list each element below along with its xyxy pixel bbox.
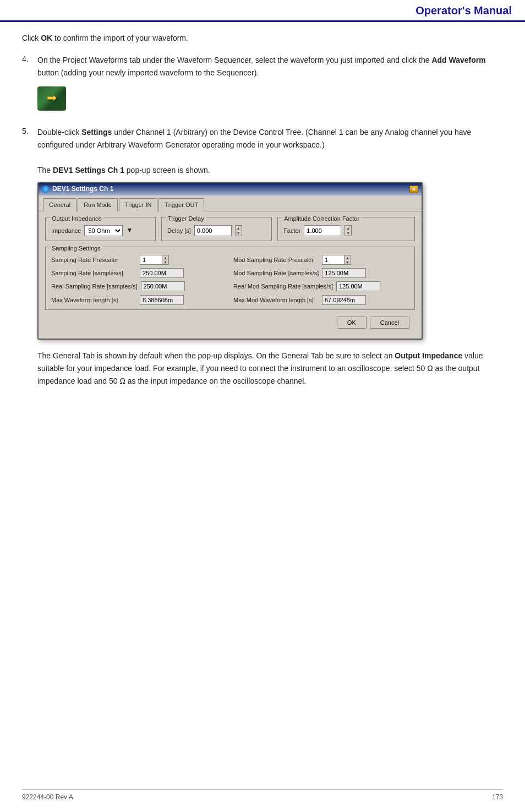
mod-sampling-rate-label: Mod Sampling Rate [samples/s] bbox=[233, 268, 319, 278]
mod-sampling-rate-prescaler-label: Mod Sampling Rate Prescaler bbox=[233, 255, 319, 265]
amplitude-correction-inner: Factor ▲ ▼ bbox=[283, 225, 409, 236]
delay-input[interactable] bbox=[194, 225, 232, 236]
intro-text-before: Click bbox=[22, 34, 41, 42]
factor-spinner-up[interactable]: ▲ bbox=[345, 226, 351, 231]
step-4-content: On the Project Waveforms tab under the W… bbox=[37, 54, 503, 115]
sampling-rate-prescaler-input-group: ▲ ▼ bbox=[140, 255, 169, 265]
steps-list: 4. On the Project Waveforms tab under th… bbox=[22, 54, 503, 388]
step-4-bold: Add Waveform bbox=[431, 56, 485, 64]
tab-trigger-in[interactable]: Trigger IN bbox=[119, 198, 158, 211]
popup-footer: OK Cancel bbox=[45, 314, 415, 333]
output-impedance-group: Output Impedance Impedance 50 Ohm ▼ bbox=[45, 217, 156, 241]
ok-button[interactable]: OK bbox=[337, 317, 367, 329]
impedance-dropdown-arrow: ▼ bbox=[126, 225, 133, 236]
sampling-rate-prescaler-down[interactable]: ▼ bbox=[162, 260, 168, 264]
trigger-delay-group: Trigger Delay Delay [s] ▲ ▼ bbox=[161, 217, 272, 241]
delay-spinner-up[interactable]: ▲ bbox=[236, 226, 242, 231]
step-5-text-before: Double-click bbox=[37, 128, 81, 137]
footer-right: 173 bbox=[492, 793, 503, 801]
page-content: Click OK to confirm the import of your w… bbox=[0, 22, 525, 421]
desc-text-before: The General Tab is shown by default when… bbox=[37, 351, 395, 360]
step-4-text-after: button (adding your newly imported wavef… bbox=[37, 68, 259, 77]
popup-close-button[interactable]: ✕ bbox=[409, 186, 418, 193]
popup-titlebar-left: DEV1 Settings Ch 1 bbox=[42, 184, 113, 195]
output-impedance-inner: Impedance 50 Ohm ▼ bbox=[51, 225, 150, 236]
description-text: The General Tab is shown by default when… bbox=[37, 350, 503, 388]
mod-sampling-rate-prescaler-down[interactable]: ▼ bbox=[344, 260, 351, 264]
sampling-rate-prescaler-up[interactable]: ▲ bbox=[162, 255, 168, 260]
step-4-number: 4. bbox=[22, 54, 37, 63]
mod-sampling-rate-prescaler-input[interactable] bbox=[322, 255, 344, 265]
sampling-row-0-right: Mod Sampling Rate Prescaler ▲ ▼ bbox=[233, 255, 409, 265]
impedance-select[interactable]: 50 Ohm bbox=[84, 225, 123, 236]
popup-app-icon bbox=[42, 186, 50, 193]
factor-input[interactable] bbox=[304, 225, 341, 236]
popup-label-after: pop-up screen is shown. bbox=[124, 166, 210, 175]
sampling-row-3-right: Max Mod Waveform length [s] bbox=[233, 295, 409, 305]
real-sampling-rate-label: Real Sampling Rate [samples/s] bbox=[51, 281, 138, 291]
mod-sampling-rate-prescaler-input-group: ▲ ▼ bbox=[322, 255, 351, 265]
impedance-label: Impedance bbox=[51, 226, 81, 236]
cancel-button[interactable]: Cancel bbox=[370, 317, 409, 329]
sampling-row-3-left: Max Waveform length [s] bbox=[51, 295, 227, 305]
factor-label: Factor bbox=[283, 226, 300, 236]
sampling-row-1-left: Sampling Rate [samples/s] bbox=[51, 268, 227, 278]
real-mod-sampling-rate-input bbox=[336, 281, 380, 291]
popup-label-bold: DEV1 Settings Ch 1 bbox=[53, 166, 124, 175]
popup-tabs: General Run Mode Trigger IN Trigger OUT bbox=[39, 195, 422, 211]
sampling-row-2-left: Real Sampling Rate [samples/s] bbox=[51, 281, 227, 291]
sampling-rate-prescaler-label: Sampling Rate Prescaler bbox=[51, 255, 136, 265]
header-title: Operator's Manual bbox=[415, 4, 512, 17]
max-waveform-length-label: Max Waveform length [s] bbox=[51, 295, 136, 305]
desc-bold: Output Impedance bbox=[395, 351, 462, 360]
popup-label-before: The bbox=[37, 166, 53, 175]
sampling-grid: Sampling Rate Prescaler ▲ ▼ bbox=[51, 255, 409, 305]
real-mod-sampling-rate-label: Real Mod Sampling Rate [samples/s] bbox=[233, 281, 333, 291]
delay-spinner[interactable]: ▲ ▼ bbox=[235, 225, 242, 236]
step-5-number: 5. bbox=[22, 126, 37, 135]
max-waveform-length-input bbox=[140, 295, 184, 305]
max-mod-waveform-length-label: Max Mod Waveform length [s] bbox=[233, 295, 319, 305]
sampling-settings-title: Sampling Settings bbox=[50, 243, 102, 253]
tab-trigger-out[interactable]: Trigger OUT bbox=[158, 198, 204, 211]
sampling-rate-prescaler-input[interactable] bbox=[140, 255, 162, 265]
delay-label: Delay [s] bbox=[167, 226, 191, 236]
real-sampling-rate-input bbox=[141, 281, 185, 291]
popup-body: Output Impedance Impedance 50 Ohm ▼ bbox=[39, 211, 422, 339]
page-header: Operator's Manual bbox=[0, 0, 525, 22]
page-footer: 922244-00 Rev A 173 bbox=[22, 789, 503, 801]
step-4: 4. On the Project Waveforms tab under th… bbox=[22, 54, 503, 115]
sampling-rate-prescaler-spinner[interactable]: ▲ ▼ bbox=[162, 255, 169, 265]
popup-title-text: DEV1 Settings Ch 1 bbox=[52, 184, 113, 195]
intro-bold: OK bbox=[41, 34, 52, 42]
factor-spinner-down[interactable]: ▼ bbox=[345, 231, 351, 236]
mod-sampling-rate-prescaler-spinner[interactable]: ▲ ▼ bbox=[344, 255, 351, 265]
amplitude-correction-title: Amplitude Correction Factor bbox=[282, 214, 361, 224]
dev1-settings-popup: DEV1 Settings Ch 1 ✕ General Run Mode Tr… bbox=[37, 182, 423, 340]
factor-spinner[interactable]: ▲ ▼ bbox=[344, 225, 352, 236]
sampling-row-0-left: Sampling Rate Prescaler ▲ ▼ bbox=[51, 255, 227, 265]
mod-sampling-rate-input bbox=[322, 268, 366, 278]
popup-label-text: The DEV1 Settings Ch 1 pop-up screen is … bbox=[37, 164, 503, 177]
sampling-row-1-right: Mod Sampling Rate [samples/s] bbox=[233, 268, 409, 278]
trigger-delay-title: Trigger Delay bbox=[166, 214, 206, 224]
tab-run-mode[interactable]: Run Mode bbox=[78, 198, 118, 211]
step-5-bold: Settings bbox=[81, 128, 112, 137]
amplitude-correction-group: Amplitude Correction Factor Factor ▲ ▼ bbox=[277, 217, 415, 241]
delay-spinner-down[interactable]: ▼ bbox=[236, 231, 242, 236]
sampling-settings-group: Sampling Settings Sampling Rate Prescale… bbox=[45, 247, 415, 310]
step-4-text-before: On the Project Waveforms tab under the W… bbox=[37, 56, 431, 64]
sampling-rate-label: Sampling Rate [samples/s] bbox=[51, 268, 136, 278]
max-mod-waveform-length-input bbox=[322, 295, 366, 305]
popup-top-row: Output Impedance Impedance 50 Ohm ▼ bbox=[45, 217, 415, 241]
mod-sampling-rate-prescaler-up[interactable]: ▲ bbox=[344, 255, 351, 260]
output-impedance-title: Output Impedance bbox=[50, 214, 103, 224]
step-5: 5. Double-click Settings under Channel 1… bbox=[22, 126, 503, 388]
tab-general[interactable]: General bbox=[43, 198, 76, 211]
sampling-row-2-right: Real Mod Sampling Rate [samples/s] bbox=[233, 281, 409, 291]
step-5-content: Double-click Settings under Channel 1 (A… bbox=[37, 126, 503, 388]
add-waveform-icon bbox=[37, 86, 66, 111]
popup-titlebar: DEV1 Settings Ch 1 ✕ bbox=[39, 183, 422, 195]
trigger-delay-inner: Delay [s] ▲ ▼ bbox=[167, 225, 266, 236]
intro-text-after: to confirm the import of your waveform. bbox=[52, 34, 188, 42]
